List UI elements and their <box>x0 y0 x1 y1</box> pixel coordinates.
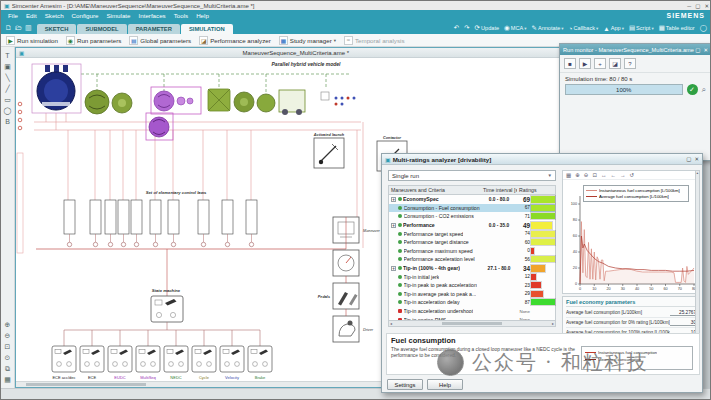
zoom-fit-icon[interactable]: ⊡ <box>5 341 11 352</box>
expander-icon[interactable]: + <box>391 266 396 271</box>
run-monitor-close-icon[interactable]: ✕ <box>703 47 708 53</box>
ratings-row[interactable]: Tip-in peak to peak acceleration23 <box>389 281 555 290</box>
tool-table-editor[interactable]: ▦Table editor <box>659 24 695 32</box>
toolbar-study-manager[interactable]: ▦Study manager▾ <box>279 36 336 45</box>
wheel-icon[interactable] <box>234 92 254 112</box>
menu-simulate[interactable]: Simulate <box>102 12 134 19</box>
control-block[interactable] <box>64 200 75 234</box>
scroll-up-icon[interactable]: ▴ <box>697 171 699 175</box>
ratings-row[interactable]: +EconomySpec0.0 - 80.069 <box>389 195 555 204</box>
tree-leaf-box[interactable] <box>192 346 216 372</box>
tab-submodel[interactable]: SUBMODEL <box>77 24 126 34</box>
table-hscrollbar[interactable]: ◂ ▸ <box>388 320 556 327</box>
tab-simulation[interactable]: SIMULATION <box>181 24 233 34</box>
new-file-icon[interactable]: 🗋 <box>5 24 12 32</box>
tool-help[interactable]: ◯ <box>700 24 707 32</box>
tree-leaf-box[interactable] <box>80 346 104 372</box>
column-ratings[interactable]: Ratings <box>517 187 555 193</box>
chart-tool-3[interactable]: ⊡ <box>592 172 597 178</box>
ellipse-tool-icon[interactable]: ◯ <box>4 105 12 116</box>
tool-script[interactable]: ▤Script▾ <box>629 24 654 32</box>
ratings-row[interactable]: +Tip-in (100% - 4th gear)27.1 - 80.034 <box>389 264 555 273</box>
add-button[interactable]: + <box>594 58 606 69</box>
close-icon[interactable]: ✕ <box>704 3 709 9</box>
scroll-right-icon[interactable]: ▸ <box>552 321 554 326</box>
analyzer-close-icon[interactable]: ✕ <box>694 156 699 162</box>
ratings-row[interactable]: Tip-in acceleration undershootNone <box>389 307 555 316</box>
ratings-row[interactable]: Performance target distance60 <box>389 238 555 247</box>
tree-leaf-box[interactable] <box>220 346 244 372</box>
minimize-icon[interactable]: ─ <box>687 3 691 9</box>
control-block[interactable] <box>90 200 101 234</box>
panel-vscrollbar[interactable]: ▴ ▾ <box>695 170 700 342</box>
toolbar-run-simulation[interactable]: ▶Run simulation <box>6 36 58 45</box>
column-interval[interactable]: Time interval [s] <box>481 187 517 193</box>
line-tool-icon[interactable]: ╲ <box>5 72 9 83</box>
menu-tools[interactable]: Tools <box>170 12 192 19</box>
clutch-icon[interactable] <box>85 90 109 114</box>
chart-tool-6[interactable]: → <box>620 172 626 178</box>
vehicle-body-icon[interactable] <box>279 90 305 115</box>
gauge-block[interactable] <box>333 250 359 276</box>
menu-sketch[interactable]: Sketch <box>41 12 68 19</box>
ratings-row[interactable]: Performance maximum speed0 <box>389 247 555 256</box>
help-button[interactable]: ? <box>624 58 636 69</box>
differential-icon[interactable] <box>208 89 230 111</box>
tool-app[interactable]: ▲App▾ <box>603 25 624 32</box>
ratings-row[interactable]: Consumption - CO2 emissions71 <box>389 212 555 221</box>
inspect-icon[interactable]: ⌕ <box>702 85 706 95</box>
menu-configure[interactable]: Configure <box>68 12 103 19</box>
column-criteria[interactable]: Maneuvers and Criteria <box>389 187 481 193</box>
toolbar-performance-analyzer[interactable]: ◪Performance analyzer <box>199 36 271 45</box>
tool-undo[interactable]: ↶ <box>454 24 459 32</box>
open-file-icon[interactable]: 🗁 <box>15 24 22 32</box>
polyline-tool-icon[interactable]: ╱ <box>5 83 9 94</box>
grid-icon[interactable]: ▦ <box>4 374 11 385</box>
control-block[interactable] <box>246 200 257 234</box>
chart-tool-4[interactable]: ↔ <box>601 172 607 178</box>
stop-button[interactable]: ■ <box>564 58 576 69</box>
zoom-select-icon[interactable]: ⊙ <box>5 352 11 363</box>
tab-sketch[interactable]: SKETCH <box>37 24 77 34</box>
toolbar-temporal-analysis[interactable]: ≈Temporal analysis <box>344 36 405 45</box>
tree-leaf-box[interactable] <box>248 346 272 372</box>
menu-interfaces[interactable]: Interfaces <box>135 12 170 19</box>
engine-icon[interactable] <box>32 64 81 113</box>
gearbox-icon[interactable] <box>151 87 201 114</box>
tool-update[interactable]: ⟳Update <box>475 24 500 32</box>
scroll-left-icon[interactable]: ◂ <box>390 321 392 326</box>
tree-leaf-box[interactable] <box>52 346 76 372</box>
brake-icon[interactable] <box>257 94 275 112</box>
tool-mca[interactable]: ◉MCA▾ <box>504 24 526 32</box>
control-block[interactable] <box>168 200 179 234</box>
analyzer-maximize-icon[interactable]: ▢ <box>686 156 691 162</box>
zoom-out-icon[interactable]: ⊖ <box>5 330 11 341</box>
param-value[interactable]: 30 <box>670 320 696 326</box>
control-block[interactable] <box>198 200 209 234</box>
library-icon[interactable]: B <box>5 116 10 127</box>
tree-leaf-box[interactable] <box>108 346 132 372</box>
menu-file[interactable]: File <box>4 12 22 19</box>
ratings-row[interactable]: +Performance0.0 - 35.049 <box>389 221 555 230</box>
ratings-row[interactable]: Tip-in average peak to peak a...29 <box>389 290 555 299</box>
rect-tool-icon[interactable]: ▭ <box>4 94 11 105</box>
expander-icon[interactable]: + <box>391 223 396 228</box>
text-tool-icon[interactable]: T <box>5 50 9 61</box>
activated-launch-block[interactable]: Activated launch <box>313 133 345 168</box>
menu-edit[interactable]: Edit <box>22 12 41 19</box>
tree-leaf-box[interactable] <box>164 346 188 372</box>
save-file-icon[interactable]: ▥ <box>25 24 32 32</box>
ratings-row[interactable]: Tip-in acceleration delay87 <box>389 298 555 307</box>
control-block[interactable] <box>105 200 116 234</box>
tab-parameter[interactable]: PARAMETER <box>128 24 180 34</box>
electric-motor-icon[interactable] <box>146 113 173 140</box>
ratings-row[interactable]: Consumption - Fuel consumption67 <box>389 204 555 213</box>
control-block[interactable] <box>131 200 142 234</box>
maneuver-block[interactable]: Maneuver <box>333 217 381 243</box>
chart-tool-2[interactable]: ⊖ <box>584 172 589 178</box>
param-value[interactable]: 25.2767 <box>670 310 696 316</box>
help-button[interactable]: Help <box>427 379 463 390</box>
state-machine-root[interactable] <box>151 296 183 322</box>
settings-button[interactable]: Settings <box>387 379 423 390</box>
tool-annotate[interactable]: ✎Annotate▾ <box>531 24 563 32</box>
